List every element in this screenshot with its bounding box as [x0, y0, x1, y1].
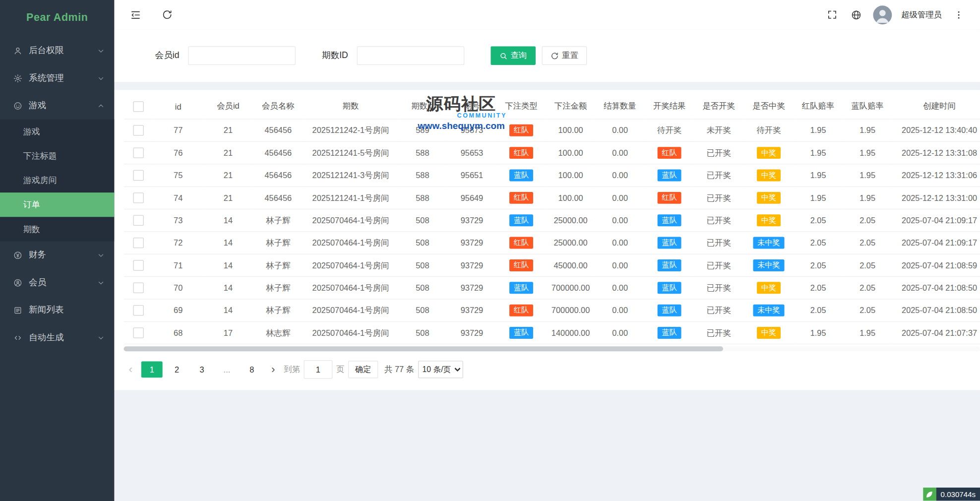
sidebar-subitem-order[interactable]: 订单 — [0, 192, 115, 217]
goto-page-input[interactable] — [304, 360, 332, 379]
cell-drawn: 已开奖 — [694, 277, 744, 299]
badge-blue: 蓝队 — [509, 169, 533, 181]
badge-blue: 蓝队 — [658, 259, 681, 271]
cell-red_odds: 2.05 — [794, 299, 842, 321]
cell-created_at: 2025-07-04 21:09:17 — [893, 232, 980, 254]
next-page-button[interactable]: › — [266, 361, 280, 377]
game-icon — [12, 101, 22, 111]
cell-red_odds: 1.95 — [794, 164, 842, 187]
select-all-checkbox[interactable] — [133, 101, 143, 112]
sidebar-item-finance[interactable]: 财务 — [0, 241, 115, 268]
row-checkbox-cell — [124, 209, 153, 232]
row-checkbox[interactable] — [133, 170, 143, 181]
cell-period: 2025070464-1号房间 — [304, 254, 397, 276]
row-checkbox[interactable] — [133, 192, 143, 203]
badge-blue: 蓝队 — [509, 214, 533, 226]
finance-icon — [12, 250, 22, 260]
cell-bet_amount: 100.00 — [546, 141, 595, 164]
cell-drawn: 已开奖 — [694, 209, 744, 232]
cell-member_name: 林志辉 — [252, 321, 304, 344]
cell-blue_odds: 2.05 — [843, 254, 893, 276]
horizontal-scrollbar[interactable] — [124, 346, 980, 351]
cell-member_name: 456456 — [252, 164, 304, 187]
page-button-1[interactable]: 1 — [141, 361, 163, 377]
cell-red_odds: 1.95 — [794, 321, 842, 344]
sidebar-item-permissions[interactable]: 后台权限 — [0, 37, 115, 64]
column-header: 会员id — [204, 94, 252, 119]
member-id-input[interactable] — [188, 46, 296, 65]
reset-button[interactable]: 重置 — [542, 46, 587, 65]
perf-leaf-icon[interactable] — [923, 488, 936, 501]
sidebar-subitem-period[interactable]: 期数 — [0, 217, 115, 241]
cell-period: 2025070464-1号房间 — [304, 299, 397, 321]
refresh-icon[interactable] — [159, 7, 174, 22]
username[interactable]: 超级管理员 — [901, 9, 942, 20]
cell-bet_type: 红队 — [496, 141, 547, 164]
cell-drawn: 已开奖 — [694, 141, 744, 164]
menu-toggle-icon[interactable] — [128, 7, 143, 22]
cell-member_name: 456456 — [252, 187, 304, 209]
page-button-8[interactable]: 8 — [241, 361, 262, 377]
more-menu-icon[interactable] — [951, 7, 966, 22]
cell-drawn: 已开奖 — [694, 254, 744, 276]
cell-member_id: 14 — [204, 299, 252, 321]
search-form: 会员id 期数ID 查询 重置 — [115, 29, 980, 82]
gear-icon — [12, 73, 22, 83]
language-globe-icon[interactable] — [849, 7, 863, 22]
cell-drawn: 已开奖 — [694, 187, 744, 209]
cell-bet_amount: 700000.00 — [546, 299, 595, 321]
cell-period: 2025121241-1号房间 — [304, 187, 397, 209]
cell-settle_qty: 0.00 — [595, 209, 645, 232]
cell-period: 2025070464-1号房间 — [304, 277, 397, 299]
confirm-button[interactable]: 确定 — [348, 361, 378, 378]
sidebar-item-game[interactable]: 游戏 — [0, 92, 115, 119]
sidebar-item-news[interactable]: 新闻列表 — [0, 296, 115, 323]
cell-id: 70 — [152, 277, 203, 299]
column-header: id — [152, 94, 203, 119]
prev-page-button[interactable]: ‹ — [124, 361, 138, 377]
period-id-input[interactable] — [357, 46, 464, 65]
cell-member_name: 456456 — [252, 119, 304, 141]
user-icon — [12, 46, 22, 56]
sidebar-subitem-game-room[interactable]: 游戏房间 — [0, 168, 115, 192]
cell-red_odds: 1.95 — [794, 187, 842, 209]
cell-period: 2025121241-3号房间 — [304, 164, 397, 187]
sidebar-item-label: 系统管理 — [29, 72, 98, 84]
page-button-2[interactable]: 2 — [166, 361, 187, 377]
scrollbar-thumb[interactable] — [124, 346, 724, 351]
cell-member_id: 21 — [204, 164, 252, 187]
goto-prefix-label: 到第 — [284, 364, 300, 375]
sidebar-item-system[interactable]: 系统管理 — [0, 64, 115, 92]
row-checkbox[interactable] — [133, 238, 143, 248]
row-checkbox[interactable] — [133, 147, 143, 158]
row-checkbox[interactable] — [133, 283, 143, 293]
sidebar-item-generate[interactable]: 自动生成 — [0, 324, 115, 351]
sidebar-item-label: 新闻列表 — [29, 305, 104, 316]
row-checkbox[interactable] — [133, 305, 143, 315]
row-checkbox[interactable] — [133, 260, 143, 270]
row-checkbox[interactable] — [133, 327, 143, 338]
cell-drawn: 已开奖 — [694, 321, 744, 344]
sidebar-menu: 后台权限系统管理游戏游戏下注标题游戏房间订单期数财务会员新闻列表自动生成 — [0, 34, 115, 501]
sidebar-subitem-game-sub[interactable]: 游戏 — [0, 120, 115, 144]
cell-member_name: 林子辉 — [252, 299, 304, 321]
row-checkbox[interactable] — [133, 125, 143, 135]
avatar[interactable] — [873, 5, 892, 24]
sidebar-item-member[interactable]: 会员 — [0, 269, 115, 296]
cell-member_id: 14 — [204, 209, 252, 232]
cell-bet_amount: 100.00 — [546, 119, 595, 141]
sidebar-subitem-bet-title[interactable]: 下注标题 — [0, 144, 115, 168]
cell-period: 2025070464-1号房间 — [304, 232, 397, 254]
fullscreen-icon[interactable] — [824, 7, 839, 22]
row-checkbox[interactable] — [133, 215, 143, 226]
cell-created_at: 2025-12-12 13:31:06 — [893, 164, 980, 187]
main-area: 超级管理员 会员id 期数ID — [115, 0, 980, 501]
badge-orange: 中奖 — [757, 282, 781, 294]
query-button[interactable]: 查询 — [490, 46, 536, 65]
orders-table: id会员id会员名称期数期数id期号下注类型下注金额结算数量开奖结果是否开奖是否… — [124, 94, 980, 344]
cell-blue_odds: 1.95 — [843, 164, 893, 187]
column-header: 红队赔率 — [794, 94, 842, 119]
cell-created_at: 2025-07-04 21:07:37 — [893, 321, 980, 344]
page-button-3[interactable]: 3 — [191, 361, 213, 377]
page-size-select[interactable]: 10 条/页 — [418, 361, 463, 378]
